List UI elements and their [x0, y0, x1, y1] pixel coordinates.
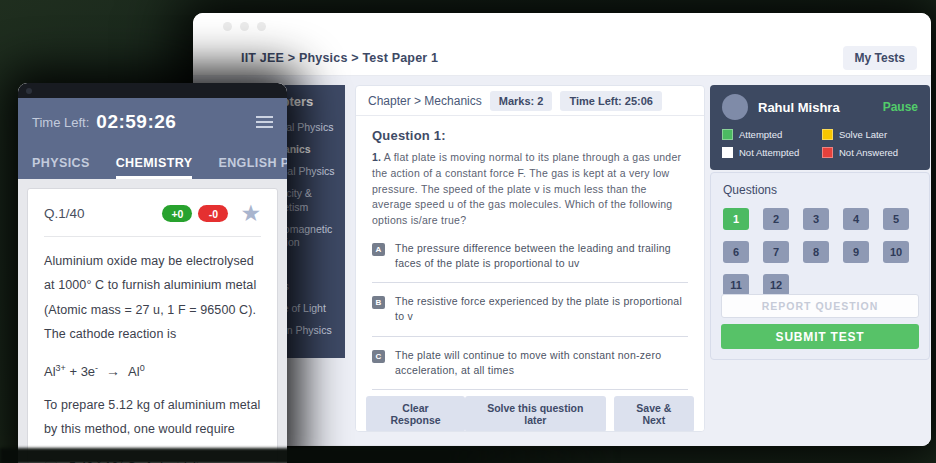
- question-text-body: A flat plate is moving normal to its pla…: [372, 151, 681, 226]
- formula-sup3: 0: [140, 363, 145, 373]
- question-card-header: Chapter > Mechanics Marks: 2 Time Left: …: [356, 86, 704, 116]
- tab-english-proficiency[interactable]: ENGLISH PROFICIENCY: [218, 146, 287, 179]
- question-footer: Clear Response Solve this question later…: [356, 397, 704, 431]
- option-a-text: The pressure difference between the lead…: [395, 241, 688, 271]
- my-tests-button[interactable]: My Tests: [843, 46, 917, 70]
- palette-title: Questions: [723, 183, 917, 197]
- option-b-letter-badge: B: [372, 296, 385, 309]
- formula-mid: + 3e: [66, 364, 95, 379]
- mobile-question-card: Q.1/40 +0 -0 ★ Aluminium oxide may be el…: [27, 188, 278, 463]
- question-number-9[interactable]: 9: [843, 241, 869, 263]
- legend-solve-later: Solve Later: [822, 129, 918, 140]
- browser-content: Chapters General Physics Mechanics Therm…: [193, 76, 931, 446]
- legend-attempted: Attempted: [722, 129, 818, 140]
- legend-label: Solve Later: [839, 129, 887, 140]
- option-b-text: The resistive force experienced by the p…: [395, 294, 688, 324]
- option-c-text: The plate will continue to move with con…: [395, 348, 688, 378]
- attempted-color-swatch: [722, 129, 733, 140]
- question-number-6[interactable]: 6: [723, 241, 749, 263]
- time-left-label: Time Left:: [32, 115, 89, 130]
- phone-bezel: [18, 83, 287, 98]
- chapter-label: Chapter > Mechanics: [368, 94, 482, 108]
- breadcrumb[interactable]: IIT JEE > Physics > Test Paper 1: [241, 51, 438, 65]
- report-question-button[interactable]: REPORT QUESTION: [721, 294, 919, 318]
- question-body: Question 1: 1. A flat plate is moving no…: [356, 116, 704, 432]
- option-a[interactable]: A The pressure difference between the le…: [372, 241, 688, 271]
- mobile-question-header: Q.1/40 +0 -0 ★: [44, 202, 261, 225]
- option-b[interactable]: B The resistive force experienced by the…: [372, 294, 688, 324]
- question-number-5[interactable]: 5: [883, 208, 909, 230]
- not-attempted-color-swatch: [722, 147, 733, 158]
- clear-response-button[interactable]: Clear Response: [366, 396, 465, 432]
- negative-marks-badge: -0: [198, 205, 228, 222]
- question-number-10[interactable]: 10: [883, 241, 909, 263]
- positive-marks-badge: +0: [162, 205, 192, 222]
- option-c-letter-badge: C: [372, 350, 385, 363]
- divider: [372, 282, 688, 283]
- legend-label: Not Attempted: [739, 147, 799, 158]
- menu-icon[interactable]: [256, 113, 273, 131]
- time-left-value: 02:59:26: [96, 111, 176, 133]
- mobile-overlay: Time Left: 02:59:26 PHYSICS CHEMISTRY EN…: [18, 83, 287, 463]
- question-number-4[interactable]: 4: [843, 208, 869, 230]
- tab-physics[interactable]: PHYSICS: [32, 146, 90, 179]
- user-panel: Rahul Mishra Pause Attempted Solve Later…: [710, 85, 930, 170]
- question-number-11[interactable]: 11: [723, 274, 749, 296]
- question-counter: Q.1/40: [44, 206, 85, 221]
- window-control-icon[interactable]: [223, 22, 232, 31]
- arrow-icon: →: [106, 363, 120, 379]
- question-card: Chapter > Mechanics Marks: 2 Time Left: …: [355, 85, 705, 432]
- formula-base1: Al: [44, 364, 56, 379]
- formula-sup2: -: [95, 363, 98, 373]
- save-next-button[interactable]: Save & Next: [614, 396, 694, 432]
- divider: [372, 336, 688, 337]
- question-title: Question 1:: [372, 128, 688, 143]
- question-palette: Questions 1 2 3 4 5 6 7 8 9 10 11 12 REP…: [710, 172, 930, 360]
- question-number-3[interactable]: 3: [803, 208, 829, 230]
- legend-not-attempted: Not Attempted: [722, 147, 818, 158]
- formula-sup1: 3+: [56, 363, 66, 373]
- question-number-8[interactable]: 8: [803, 241, 829, 263]
- pause-button[interactable]: Pause: [883, 100, 918, 114]
- legend-label: Not Answered: [839, 147, 898, 158]
- drop-shadow: [0, 448, 620, 463]
- question-number-2[interactable]: 2: [763, 208, 789, 230]
- solve-later-button[interactable]: Solve this question later: [465, 396, 606, 432]
- breadcrumb-bar: IIT JEE > Physics > Test Paper 1 My Test…: [193, 40, 931, 76]
- browser-window: IIT JEE > Physics > Test Paper 1 My Test…: [193, 13, 931, 446]
- legend-not-answered: Not Answered: [822, 147, 918, 158]
- tab-chemistry[interactable]: CHEMISTRY: [116, 146, 193, 179]
- mobile-content: Q.1/40 +0 -0 ★ Aluminium oxide may be el…: [18, 179, 287, 463]
- status-legend: Attempted Solve Later Not Attempted Not …: [722, 129, 918, 158]
- question-number-grid: 1 2 3 4 5 6 7 8 9 10 11 12: [723, 208, 917, 296]
- question-text: 1. A flat plate is moving normal to its …: [372, 150, 688, 229]
- divider: [372, 389, 688, 390]
- cathode-reaction-formula: Al3+ + 3e-→Al0: [44, 363, 261, 379]
- camera-icon: [26, 88, 32, 94]
- user-row: Rahul Mishra Pause: [722, 94, 918, 120]
- question-number-7[interactable]: 7: [763, 241, 789, 263]
- mobile-question-text-1: Aluminium oxide may be electrolysed at 1…: [44, 249, 261, 347]
- mobile-question-text-2: To prepare 5.12 kg of aluminium metal by…: [44, 393, 261, 442]
- divider: [44, 236, 261, 237]
- not-answered-color-swatch: [822, 147, 833, 158]
- window-control-icon[interactable]: [257, 22, 266, 31]
- question-number-prefix: 1.: [372, 151, 381, 163]
- mobile-header: Time Left: 02:59:26: [18, 98, 287, 146]
- footer-right-buttons: Solve this question later Save & Next: [465, 396, 694, 432]
- time-left-badge: Time Left: 25:06: [560, 91, 662, 111]
- bookmark-star-icon[interactable]: ★: [240, 202, 261, 225]
- user-name: Rahul Mishra: [758, 100, 840, 115]
- option-c[interactable]: C The plate will continue to move with c…: [372, 348, 688, 378]
- submit-test-button[interactable]: SUBMIT TEST: [721, 324, 919, 349]
- question-number-12[interactable]: 12: [763, 274, 789, 296]
- screenshot-stage: IIT JEE > Physics > Test Paper 1 My Test…: [0, 0, 936, 463]
- browser-titlebar: [193, 13, 931, 40]
- window-control-icon[interactable]: [240, 22, 249, 31]
- legend-label: Attempted: [739, 129, 782, 140]
- question-number-1[interactable]: 1: [723, 208, 749, 230]
- subject-tabs: PHYSICS CHEMISTRY ENGLISH PROFICIENCY: [18, 146, 287, 179]
- option-a-letter-badge: A: [372, 243, 385, 256]
- avatar: [722, 94, 748, 120]
- solve-later-color-swatch: [822, 129, 833, 140]
